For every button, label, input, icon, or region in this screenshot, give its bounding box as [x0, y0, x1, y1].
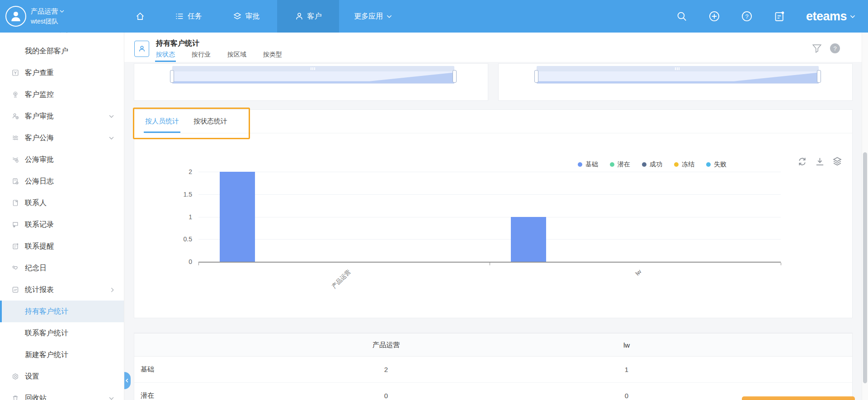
table-row: 基础21 — [134, 357, 852, 383]
download-icon[interactable] — [815, 156, 825, 166]
datazoom-handle-right[interactable] — [817, 70, 821, 83]
cust-approval-icon — [12, 113, 19, 120]
legend-item[interactable]: 冻结 — [674, 160, 694, 169]
report-icon — [12, 286, 19, 293]
refresh-icon[interactable] — [797, 156, 807, 166]
datazoom-slider[interactable] — [537, 66, 819, 85]
bar-基础-产品运营[interactable] — [220, 172, 255, 262]
topbar-nav-approval[interactable]: 审批 — [215, 0, 277, 33]
team-name[interactable]: 产品运营 — [31, 7, 58, 16]
legend-dot — [578, 162, 582, 167]
topbar-nav-more-apps[interactable]: 更多应用 — [339, 0, 407, 33]
header-tab-1[interactable]: 按状态 — [156, 51, 175, 62]
chevron-down-icon — [850, 15, 855, 18]
datazoom-handle-right[interactable] — [453, 70, 457, 83]
legend-label: 成功 — [650, 160, 662, 169]
search-icon[interactable] — [676, 10, 688, 22]
sidebar-item[interactable]: 统计报表 — [0, 279, 124, 301]
filter-icon[interactable] — [811, 42, 823, 54]
legend-dot — [706, 162, 711, 167]
legend-item[interactable]: 成功 — [642, 160, 662, 169]
panel-tab-1[interactable]: 按人员统计 — [145, 110, 179, 133]
sidebar-item[interactable]: 新建客户统计 — [0, 344, 124, 366]
notes-icon[interactable] — [774, 10, 785, 22]
nav-label: 更多应用 — [354, 12, 383, 21]
sidebar-item[interactable]: 设置 — [0, 366, 124, 387]
nav-label: 任务 — [188, 12, 202, 21]
chart-legend: 基础潜在成功冻结失败 — [578, 160, 726, 169]
page-header: 持有客户统计 按状态按行业按区域按类型 ? — [124, 33, 868, 62]
datazoom-handle-left[interactable] — [534, 70, 538, 83]
bar-基础-lw[interactable] — [511, 217, 546, 262]
sidebar-item[interactable]: 联系记录 — [0, 214, 124, 235]
sidebar-item[interactable]: 客户审批 — [0, 105, 124, 127]
sidebar-item[interactable]: 联系客户统计 — [0, 322, 124, 344]
table-row-label: 基础 — [134, 357, 266, 382]
sea-icon — [12, 134, 19, 141]
sidebar-item[interactable]: 新分配给我的客户 — [0, 33, 124, 40]
table-cell: 0 — [506, 383, 747, 400]
topbar-nav-tasks[interactable]: 任务 — [162, 0, 215, 33]
sidebar-item[interactable]: 纪念日 — [0, 257, 124, 279]
y-axis-tick-label: 0 — [174, 258, 192, 265]
topbar: 产品运营 wtest团队 任务审批客户更多应用 ? eteams — [0, 0, 868, 33]
person-icon — [295, 12, 304, 21]
header-tab-4[interactable]: 按类型 — [263, 51, 282, 62]
sidebar-item-label: 公海审批 — [25, 155, 54, 165]
person-icon — [9, 9, 23, 23]
panel-tab-2[interactable]: 按状态统计 — [193, 110, 227, 133]
sidebar-item-label: 纪念日 — [25, 264, 47, 273]
layers-icon[interactable] — [832, 156, 842, 166]
sidebar-item-label: 公海日志 — [25, 177, 54, 186]
legend-item[interactable]: 潜在 — [610, 160, 630, 169]
tasks-icon — [175, 12, 184, 21]
gridline — [198, 194, 781, 195]
topbar-nav-home[interactable] — [118, 0, 162, 33]
sidebar-item[interactable]: 我的全部客户 — [0, 40, 124, 62]
gridline — [198, 217, 781, 217]
datazoom-handle-left[interactable] — [170, 70, 174, 83]
x-axis-category-label: 产品运营 — [318, 268, 352, 302]
header-tab-3[interactable]: 按区域 — [227, 51, 246, 62]
home-icon — [135, 11, 145, 21]
topbar-nav: 任务审批客户更多应用 — [118, 0, 407, 33]
floating-action-button[interactable] — [742, 396, 855, 400]
help-icon[interactable]: ? — [829, 42, 841, 54]
sidebar-item-label: 新建客户统计 — [25, 350, 68, 360]
sidebar-item[interactable]: 客户查重 — [0, 62, 124, 84]
table-header-row: 产品运营lw — [134, 333, 852, 357]
vertical-scrollbar-track[interactable] — [862, 33, 868, 400]
sidebar-item[interactable]: 公海审批 — [0, 149, 124, 170]
sidebar-item[interactable]: 持有客户统计 — [0, 301, 124, 322]
table-cell: 2 — [266, 357, 506, 382]
legend-item[interactable]: 基础 — [578, 160, 598, 169]
contacts-icon — [12, 199, 19, 207]
sidebar-item-label: 客户审批 — [25, 112, 54, 121]
settings-icon — [12, 373, 19, 380]
create-icon[interactable] — [708, 10, 720, 22]
datazoom-grip[interactable] — [537, 66, 819, 71]
avatar[interactable] — [5, 6, 26, 27]
datazoom-slider[interactable] — [172, 66, 454, 85]
gridline — [198, 172, 781, 172]
datazoom-grip[interactable] — [172, 66, 454, 71]
sidebar-item-label: 客户监控 — [25, 90, 54, 99]
sidebar-item[interactable]: 客户监控 — [0, 84, 124, 105]
y-axis-tick-label: 2 — [174, 168, 192, 175]
sidebar-item[interactable]: 公海日志 — [0, 170, 124, 192]
sidebar-item-label: 客户查重 — [25, 68, 54, 78]
sidebar-item[interactable]: 客户公海 — [0, 127, 124, 149]
vertical-scrollbar-thumb[interactable] — [863, 152, 867, 383]
sidebar-item[interactable]: 联系提醒 — [0, 235, 124, 257]
help-icon[interactable]: ? — [741, 10, 753, 22]
sidebar-item[interactable]: 联系人 — [0, 192, 124, 214]
topbar-nav-customer[interactable]: 客户 — [277, 0, 339, 33]
sidebar-item[interactable]: 回收站 — [0, 387, 124, 400]
header-tab-2[interactable]: 按行业 — [192, 51, 211, 62]
sidebar-item-label: 持有客户统计 — [25, 307, 68, 316]
sidebar-item-label: 联系人 — [25, 198, 47, 208]
x-axis-category-label: lw — [609, 268, 642, 301]
y-axis-tick-label: 1 — [174, 213, 192, 221]
eteams-logo[interactable]: eteams — [806, 9, 855, 24]
legend-item[interactable]: 失败 — [706, 160, 726, 169]
